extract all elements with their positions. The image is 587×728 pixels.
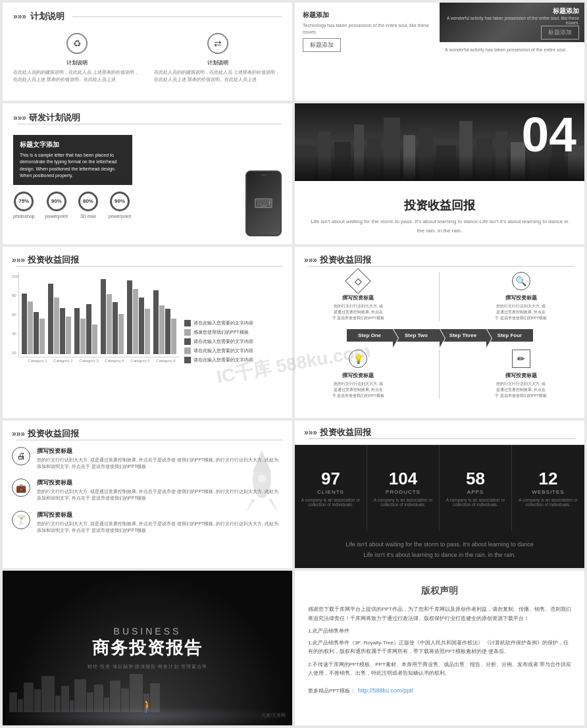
slide2-btn-right[interactable]: 标题添加: [541, 26, 579, 39]
copyright-body1: 感谢您下载千库网平台上提供的PPT作品，为了您和千库网以及原创作者利益，请勿复制…: [308, 605, 571, 623]
x-label-2: Category 2: [52, 359, 74, 363]
search-icon-2: 🔍: [512, 272, 530, 290]
slide8-title: 投资收益回报: [320, 427, 371, 437]
business-en-title: BUSINESS: [88, 626, 208, 637]
bar-3a: [74, 308, 80, 354]
printer-icon: 🖨: [12, 447, 30, 465]
step-2: Step Two: [394, 329, 440, 342]
flow-top-1: ◇ 撰写投资标题 您的行文行行达到大大方, 或是通过竞赛控制效果, 外点在于 是…: [328, 272, 388, 321]
cycle-icon: ⇄: [207, 33, 228, 54]
bars-container: [18, 272, 179, 357]
slide-copyright: 版权声明 感谢您下载千库网平台上提供的PPT作品，为了您和千库网以及原创作者利益…: [295, 571, 584, 725]
stats-bottom-line1: Life isn't about waiting for the storm t…: [308, 539, 571, 550]
slide6-title: 投资收益回报: [320, 255, 371, 265]
slide3-box-title: 标题文字添加: [20, 140, 126, 149]
flow-bottom-1: 💡 撰写投资标题 您的行文行行达到大大方, 或是通过竞赛控制效果, 外点在于 是…: [328, 350, 388, 399]
pencil-icon: ✏: [512, 350, 530, 368]
legend-box-1: [184, 329, 191, 336]
slide3-chevrons: »»»: [13, 113, 26, 122]
legend-text-4: 请在此输入您需要的文字内容: [193, 357, 253, 363]
slide4-invest-desc: Life isn't about waiting for the storm t…: [308, 217, 571, 235]
slide-stats: »»» 投资收益回报 97 CLIENTS A company is an as…: [295, 421, 584, 569]
slide-business-cover: 🚶 BUSINESS 商务投资报告 财经·投资·项目融资·路演报告·商务计划·管…: [3, 571, 292, 725]
y-axis: 100 80 60 40 20: [12, 272, 18, 357]
stat-websites: 12 WEBSITES A company is an association …: [512, 445, 584, 531]
legend-text-3: 请在此输入您需要的文字内容: [193, 348, 253, 354]
legend-text-2: 请在此输入您需要的文字内容: [193, 338, 253, 345]
slide4-invest-title: 投资收益回报: [308, 197, 571, 213]
progress-circle-4: 90%: [110, 192, 130, 211]
legend-box-0: [184, 320, 191, 326]
slide-stepflow: »»» 投资收益回报 ◇ 撰写投资标题 您的行文行行达到大大方, 或是通过竞赛控…: [295, 247, 584, 418]
stat-apps: 58 APPS A company is an association or c…: [440, 445, 512, 531]
slide-plan-desc: »»» 计划说明 ♻ 计划说明 在此处人员的的建筑说明，在此处人员 上述那表的价…: [3, 3, 292, 101]
bottom-item-title-2: 撰写投资标题: [505, 372, 537, 379]
bar-6a: [153, 290, 159, 354]
top-item-title-1: 撰写投资标题: [342, 294, 374, 301]
stat-num-products: 104: [389, 469, 417, 489]
svg-marker-17: [253, 450, 271, 472]
copyright-link-row: 更多精品PPT模板： http://588ku.com/ppt/: [308, 683, 571, 695]
rocket-decoration: [242, 447, 282, 529]
figure-silhouette: 🚶: [140, 699, 155, 714]
progress-circle-1: 75%: [14, 192, 34, 211]
diamond-icon-1: ◇: [345, 268, 371, 294]
svg-marker-19: [268, 498, 278, 513]
bar-4b: [107, 294, 112, 354]
stat-clients: 97 CLIENTS A company is an association o…: [295, 445, 367, 531]
bar-1d: [39, 319, 45, 354]
briefcase-icon: 💼: [12, 479, 30, 497]
business-subtitle: 财经·投资·项目融资·路演报告·商务计划·管理要点等: [88, 663, 208, 670]
slide2-sub-right: A wonderful activity has taken possessio…: [440, 16, 579, 25]
progress-item-2: 90% powerpoint: [45, 192, 68, 219]
slide6-chevrons: »»»: [304, 255, 317, 265]
progress-item-4: 90% powerpoint: [109, 192, 131, 219]
link-label: 更多精品PPT模板：: [308, 688, 355, 694]
x-label-3: Category 3: [78, 359, 100, 363]
legend-3: 请在此输入您需要的文字内容: [184, 348, 270, 354]
slide2-btn-left[interactable]: 标题添加: [303, 38, 341, 52]
stat-label-apps: APPS: [467, 489, 484, 495]
cocktail-icon: 🍸: [12, 511, 30, 529]
slide7-title: 投资收益回报: [28, 429, 79, 438]
slide3-box-desc: This is a sample letter that has been pl…: [20, 152, 126, 180]
copyright-link[interactable]: http://588ku.com/ppt/: [358, 687, 413, 694]
svg-rect-0: [295, 145, 315, 181]
slide2-sub-left: Technology has taken possession of the e…: [303, 22, 432, 36]
stat-label-clients: CLIENTS: [317, 489, 344, 495]
slide-1-title: 计划说明: [30, 11, 64, 22]
bar-group-5: [127, 280, 150, 354]
bar-5d: [145, 309, 150, 354]
chart-legend: 请在此输入您需要的文字内容 感谢您使用我们的PPT模板 请在此输入您需要的文字内…: [184, 272, 270, 411]
stat-label-websites: WEBSITES: [532, 489, 564, 495]
stat-desc-clients: A company is an association or collectio…: [300, 498, 361, 507]
progress-item-1: 75% photoshop: [13, 192, 35, 219]
step-3: Step Three: [440, 329, 486, 342]
bottom-item-title-1: 撰写投资标题: [342, 372, 374, 379]
stat-products: 104 PRODUCTS A company is an association…: [367, 445, 440, 531]
business-cn-title: 商务投资报告: [88, 637, 208, 660]
svg-rect-11: [496, 132, 507, 181]
bar-2a: [48, 284, 53, 354]
bar-1a: [22, 294, 27, 354]
bar-4c: [113, 302, 118, 354]
slide2-title-left: 标题添加: [303, 11, 432, 20]
steps-row: Step One Step Two Step Three Step Four: [304, 329, 575, 342]
bar-3c: [86, 304, 91, 354]
top-item-desc-2: 您的行文行行达到大大方, 或是通过竞赛控制效果, 外点在于 是说市使使我们的PP…: [495, 303, 548, 321]
bar-2d: [66, 317, 71, 354]
legend-1: 感谢您使用我们的PPT模板: [184, 329, 270, 336]
svg-rect-1: [318, 132, 331, 181]
plan-label-2: 计划说明: [207, 59, 228, 66]
top-item-desc-1: 您的行文行行达到大大方, 或是通过竞赛控制效果, 外点在于 是说市使使我们的PP…: [332, 303, 384, 321]
bar-3d: [92, 325, 97, 354]
slide3-title: 研发计划说明: [29, 113, 80, 122]
legend-4: 请在此输入您需要的文字内容: [184, 357, 270, 363]
city-bg: 04: [295, 103, 584, 181]
bar-6c: [165, 309, 170, 354]
bar-6b: [159, 305, 165, 354]
legend-0: 请在此输入您需要的文字内容: [184, 320, 270, 326]
plan-desc-1: 在此处人员的的建筑说明，在此处人员 上述那表的价值说明，在此处人员上述 那表的价…: [13, 69, 141, 83]
step-1: Step One: [347, 329, 393, 342]
bar-4a: [101, 279, 106, 354]
